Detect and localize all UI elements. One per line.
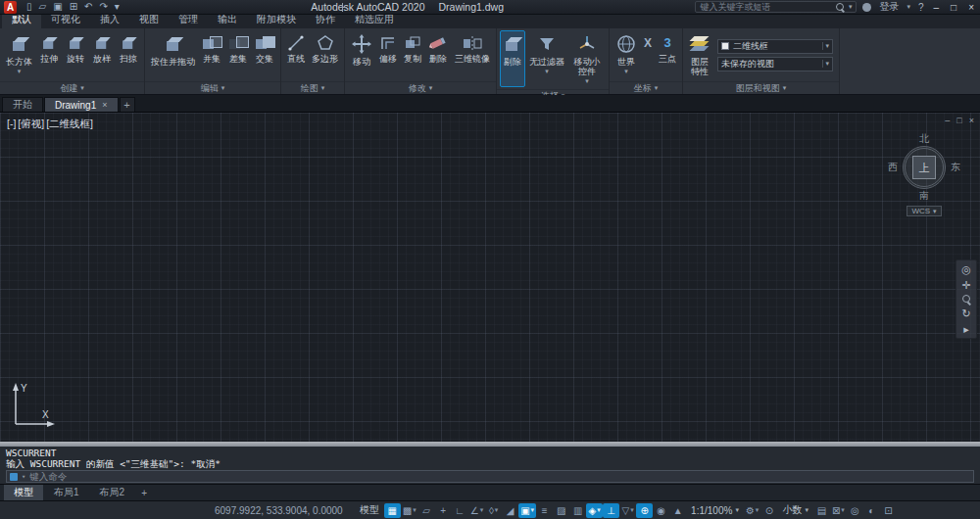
infer-constraints-icon[interactable]: ▱ (418, 503, 435, 518)
annotation-visibility-icon[interactable]: ◉ (653, 503, 669, 518)
clean-screen-icon[interactable]: ⊡ (880, 503, 897, 518)
graphics-performance-icon[interactable]: ◐ (863, 503, 880, 518)
qat-dropdown-icon[interactable]: ▾ (115, 2, 120, 12)
filter-dropdown-button[interactable]: 无过滤器 ▾ (526, 30, 567, 87)
snap-mode-icon[interactable]: ▩▾ (401, 503, 418, 518)
transparency-icon[interactable]: ▨ (553, 503, 569, 518)
offset-tool-button[interactable]: 偏移 (376, 30, 400, 79)
command-input[interactable] (29, 471, 970, 482)
copy-tool-button[interactable]: 复制 (401, 30, 424, 79)
visual-style-dropdown[interactable]: 二维线框 ▾ (717, 39, 833, 54)
dynamic-ucs-icon[interactable]: ⊥ (603, 503, 619, 518)
doc-restore-button[interactable]: □ (956, 116, 961, 125)
move-tool-button[interactable]: 移动 (348, 30, 375, 79)
panel-title-draw[interactable]: 绘图 ▾ (281, 81, 344, 94)
search-dropdown-arrow-icon[interactable]: ▾ (849, 3, 853, 11)
polar-tracking-icon[interactable]: ∠▾ (468, 503, 485, 518)
polygon-tool-button[interactable]: 多边形 (309, 30, 341, 79)
culling-toggle-button[interactable]: 剔除 (500, 30, 525, 87)
grid-icon[interactable]: ▦ (384, 503, 401, 518)
mirror3d-tool-button[interactable]: 三维镜像 (452, 30, 493, 79)
file-tab-start[interactable]: 开始 (2, 97, 43, 112)
plot-icon[interactable]: ⊞ (70, 2, 77, 12)
panel-title-layers-views[interactable]: 图层和视图 ▾ (683, 81, 839, 94)
close-tab-icon[interactable]: × (102, 100, 107, 110)
viewcube[interactable]: 北 西 上 东 南 WCS ▾ (882, 132, 966, 216)
loft-tool-button[interactable]: 放样 (89, 30, 115, 79)
sweep-tool-button[interactable]: 扫掠 (116, 30, 141, 79)
showmotion-icon[interactable]: ▸ (963, 323, 969, 335)
autoscale-icon[interactable]: ▲ (669, 503, 686, 518)
quick-properties-icon[interactable]: ▤ (813, 503, 830, 518)
lineweight-icon[interactable]: ≡ (536, 503, 553, 518)
isodraft-icon[interactable]: ◊▾ (485, 503, 502, 518)
isolate-objects-icon[interactable]: ◎ (847, 503, 863, 518)
erase-tool-button[interactable]: 删除 (425, 30, 451, 79)
gizmo-icon[interactable]: ⊕ (636, 503, 653, 518)
help-button[interactable]: ? (918, 2, 924, 13)
navigation-wheel-icon[interactable]: ◎ (961, 263, 971, 275)
save-icon[interactable]: ▣ (53, 2, 62, 12)
object-snap-tracking-icon[interactable]: ◢ (502, 503, 518, 518)
selection-filtering-icon[interactable]: ▽▾ (619, 503, 636, 518)
drawing-canvas[interactable]: [-][俯视][二维线框] – □ × 北 西 上 东 南 WCS ▾ ◎✛↻▸ (0, 112, 980, 442)
layout-tab-0[interactable]: 模型 (4, 485, 43, 500)
viewport-visual-style-control[interactable]: [二维线框] (46, 118, 93, 131)
union-tool-button[interactable]: 并集 (199, 30, 224, 79)
orbit-icon[interactable]: ↻ (961, 307, 970, 319)
command-customize-icon[interactable] (10, 473, 18, 481)
file-tab-drawing1[interactable]: Drawing1 × (44, 97, 119, 112)
undo-icon[interactable]: ↶ (84, 2, 92, 12)
viewcube-ring[interactable]: 上 (903, 146, 946, 189)
selection-cycling-icon[interactable]: ▥ (569, 503, 586, 518)
units[interactable]: 小数▾ (777, 503, 813, 517)
model-paper-toggle[interactable]: 模型 (355, 503, 384, 517)
recent-commands-arrow-icon[interactable]: ▾ (22, 473, 25, 481)
ucs-x-button[interactable]: X (641, 30, 655, 79)
new-file-icon[interactable]: ▯ (26, 2, 32, 12)
minimize-button[interactable]: – (932, 2, 942, 13)
box-dropdown-arrow-icon[interactable]: ▾ (18, 68, 22, 75)
search-input[interactable] (700, 2, 831, 12)
pan-icon[interactable]: ✛ (961, 279, 970, 291)
layer-properties-button[interactable]: 图层特性 (686, 30, 713, 79)
panel-title-coordinates[interactable]: 坐标 ▾ (610, 81, 682, 94)
application-menu-button[interactable]: A (4, 1, 17, 14)
line-tool-button[interactable]: 直线 (284, 30, 308, 79)
viewcube-west-label[interactable]: 西 (888, 161, 898, 174)
login-dropdown-arrow-icon[interactable]: ▾ (906, 3, 910, 11)
presspull-tool-button[interactable]: 按住并拖动 (148, 30, 198, 79)
revolve-tool-button[interactable]: 旋转 (63, 30, 88, 79)
extrude-tool-button[interactable]: 拉伸 (36, 30, 62, 79)
world-ucs-button[interactable]: 世界 ▾ (612, 30, 640, 79)
restore-button[interactable]: □ (949, 2, 958, 13)
panel-title-edit[interactable]: 编辑 ▾ (145, 81, 280, 94)
object-snap-3d-icon[interactable]: ◈▾ (586, 503, 603, 518)
intersect-tool-button[interactable]: 交集 (252, 30, 277, 79)
zoom-icon[interactable] (962, 295, 971, 304)
panel-title-modify[interactable]: 修改 ▾ (345, 81, 496, 94)
redo-icon[interactable]: ↷ (99, 2, 107, 12)
visual-style-arrow-icon[interactable]: ▾ (822, 42, 830, 50)
doc-close-button[interactable]: × (969, 116, 974, 125)
box-tool-button[interactable]: 长方体 ▾ (3, 30, 35, 79)
gizmo-dropdown-arrow-icon[interactable]: ▾ (585, 77, 589, 85)
dynamic-input-icon[interactable]: + (435, 503, 452, 518)
wcs-dropdown[interactable]: WCS ▾ (906, 206, 941, 216)
gizmo-dropdown-button[interactable]: 移动小控件 ▾ (568, 30, 606, 87)
viewcube-north-label[interactable]: 北 (919, 132, 929, 146)
viewport-view-control[interactable]: [俯视] (18, 118, 44, 131)
viewport-menu-control[interactable]: [-] (7, 118, 16, 131)
viewcube-south-label[interactable]: 南 (919, 189, 929, 203)
layout-tab-2[interactable]: 布局2 (90, 485, 135, 500)
doc-minimize-button[interactable]: – (945, 116, 950, 125)
ucs-3point-button[interactable]: 3 三点 (656, 30, 679, 79)
workspace-switching-icon[interactable]: ⚙▾ (744, 503, 760, 518)
new-layout-button[interactable]: + (135, 487, 153, 499)
lock-ui-icon[interactable]: ⊠▾ (830, 503, 847, 518)
new-drawing-tab-button[interactable]: + (120, 97, 135, 112)
ortho-icon[interactable]: ∟ (452, 503, 468, 518)
close-button[interactable]: × (966, 2, 976, 13)
viewcube-top-face[interactable]: 上 (912, 156, 936, 179)
object-snap-icon[interactable]: ▣▾ (518, 503, 536, 518)
